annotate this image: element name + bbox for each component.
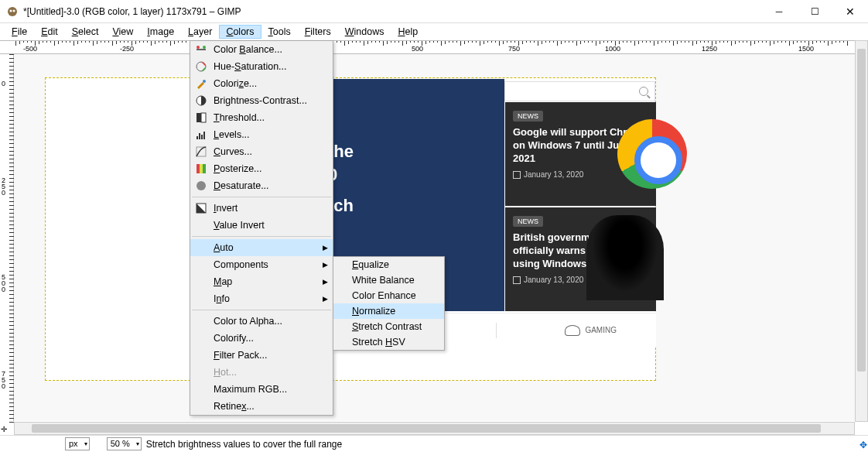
svg-rect-15 bbox=[196, 147, 206, 156]
menu-item-value-invert[interactable]: Value Invert bbox=[190, 217, 333, 234]
status-hint: Stretch brightness values to cover the f… bbox=[146, 439, 342, 450]
submenu-item-normalize[interactable]: Normalize bbox=[333, 303, 444, 319]
menu-item-auto[interactable]: Auto▶ bbox=[190, 239, 333, 256]
svg-point-0 bbox=[8, 7, 17, 16]
svg-rect-10 bbox=[201, 113, 206, 122]
svg-rect-3 bbox=[196, 49, 206, 50]
menu-layer[interactable]: Layer bbox=[181, 25, 219, 39]
titlebar: *[Untitled]-3.0 (RGB color, 1 layer) 117… bbox=[0, 0, 868, 23]
submenu-item-color-enhance[interactable]: Color Enhance bbox=[333, 288, 444, 303]
menu-item-color-balance[interactable]: Color Balance... bbox=[190, 41, 333, 58]
svg-rect-18 bbox=[203, 164, 206, 173]
levels-icon bbox=[195, 128, 207, 141]
statusbar: px 50 % Stretch brightness values to cov… bbox=[0, 435, 868, 452]
menu-item-retinex[interactable]: Retinex... bbox=[190, 398, 333, 415]
menu-item-brightness-contrast[interactable]: Brightness-Contrast... bbox=[190, 92, 333, 109]
horizontal-scrollbar[interactable] bbox=[14, 422, 855, 435]
menu-item-curves[interactable]: Curves... bbox=[190, 143, 333, 160]
invert-icon bbox=[195, 202, 207, 214]
menu-image[interactable]: Image bbox=[140, 25, 181, 39]
svg-rect-17 bbox=[200, 164, 203, 173]
menu-item-desaturate[interactable]: Desaturate... bbox=[190, 177, 333, 194]
menu-view[interactable]: View bbox=[105, 25, 140, 39]
submenu-item-stretch-contrast[interactable]: Stretch Contrast bbox=[333, 319, 444, 334]
menu-item-color-to-alpha[interactable]: Color to Alpha... bbox=[190, 313, 333, 330]
menu-item-components[interactable]: Components▶ bbox=[190, 256, 333, 273]
news-card-1: NEWS Google will support Chrome on Windo… bbox=[505, 102, 656, 206]
menu-item-info[interactable]: Info▶ bbox=[190, 290, 333, 307]
menu-item-filter-pack[interactable]: Filter Pack... bbox=[190, 347, 333, 364]
zoom-selector[interactable]: 50 % bbox=[107, 437, 142, 450]
search-icon bbox=[639, 87, 648, 96]
maximize-button[interactable]: ☐ bbox=[797, 0, 832, 23]
svg-point-4 bbox=[196, 46, 200, 49]
menu-item-levels[interactable]: Levels... bbox=[190, 126, 333, 143]
menu-item-colorize[interactable]: Colorize... bbox=[190, 75, 333, 92]
vertical-scrollbar[interactable] bbox=[855, 40, 868, 422]
scrollbar-thumb[interactable] bbox=[857, 49, 866, 372]
svg-rect-11 bbox=[196, 136, 198, 139]
ruler-vertical[interactable]: 0250500750 bbox=[0, 54, 14, 421]
balance-icon bbox=[195, 43, 207, 56]
menu-item-posterize[interactable]: Posterize... bbox=[190, 160, 333, 177]
hacker-icon bbox=[586, 215, 664, 300]
window-title: *[Untitled]-3.0 (RGB color, 1 layer) 117… bbox=[23, 6, 241, 17]
svg-rect-9 bbox=[196, 113, 201, 122]
nav-separator bbox=[496, 323, 497, 338]
menu-item-invert[interactable]: Invert bbox=[190, 200, 333, 217]
nav-crosshair-icon[interactable]: ✛ bbox=[1, 425, 7, 433]
news-badge: NEWS bbox=[513, 216, 543, 227]
menu-edit[interactable]: Edit bbox=[34, 25, 65, 39]
colorize-icon bbox=[195, 77, 207, 90]
close-button[interactable]: ✕ bbox=[832, 0, 868, 23]
chrome-icon bbox=[617, 119, 687, 189]
bc-icon bbox=[195, 94, 207, 107]
submenu-item-equalize[interactable]: Equalize bbox=[333, 257, 444, 272]
menubar: FileEditSelectViewImageLayerColorsToolsF… bbox=[0, 23, 868, 40]
menu-filters[interactable]: Filters bbox=[298, 25, 338, 39]
menu-select[interactable]: Select bbox=[65, 25, 106, 39]
calendar-icon bbox=[513, 171, 521, 179]
menu-file[interactable]: File bbox=[5, 25, 34, 39]
unit-selector[interactable]: px bbox=[65, 437, 90, 450]
search-input[interactable] bbox=[504, 81, 655, 101]
calendar-icon bbox=[513, 276, 521, 284]
canvas-area[interactable]: the 0 tch ws 10 NEWS Google will support… bbox=[14, 54, 855, 421]
submenu-item-white-balance[interactable]: White Balance bbox=[333, 272, 444, 288]
auto-submenu: EqualizeWhite BalanceColor EnhanceNormal… bbox=[333, 256, 445, 351]
nav-gaming[interactable]: GAMING bbox=[554, 325, 627, 336]
scrollbar-thumb[interactable] bbox=[32, 424, 821, 433]
menu-windows[interactable]: Windows bbox=[338, 25, 391, 39]
menu-help[interactable]: Help bbox=[391, 25, 425, 39]
svg-point-2 bbox=[13, 9, 15, 12]
minimize-button[interactable]: ─ bbox=[761, 0, 797, 23]
svg-point-5 bbox=[203, 46, 206, 49]
menu-item-hot: Hot... bbox=[190, 364, 333, 381]
svg-point-7 bbox=[203, 80, 206, 83]
menu-item-maximum-rgb[interactable]: Maximum RGB... bbox=[190, 381, 333, 398]
menu-item-colorify[interactable]: Colorify... bbox=[190, 330, 333, 347]
menu-item-threshold[interactable]: Threshold... bbox=[190, 109, 333, 126]
svg-rect-12 bbox=[199, 133, 200, 139]
menu-tools[interactable]: Tools bbox=[261, 25, 298, 39]
poster-icon bbox=[195, 163, 207, 175]
submenu-item-stretch-hsv[interactable]: Stretch HSV bbox=[333, 334, 444, 350]
svg-point-1 bbox=[10, 9, 12, 12]
thresh-icon bbox=[195, 111, 207, 124]
colors-menu-dropdown: Color Balance...Hue-Saturation...Coloriz… bbox=[190, 40, 333, 416]
curves-icon bbox=[195, 146, 207, 158]
menu-item-map[interactable]: Map▶ bbox=[190, 273, 333, 290]
svg-point-19 bbox=[196, 181, 206, 190]
gimp-icon bbox=[6, 5, 19, 18]
ruler-horizontal[interactable]: -500-2500250500750100012501500 bbox=[0, 40, 855, 54]
desat-icon bbox=[195, 180, 207, 192]
hue-icon bbox=[195, 60, 207, 73]
svg-rect-14 bbox=[203, 132, 205, 139]
svg-rect-16 bbox=[196, 164, 200, 173]
menu-item-hue-saturation[interactable]: Hue-Saturation... bbox=[190, 58, 333, 75]
gamepad-icon bbox=[565, 325, 580, 336]
news-card-2: NEWS British government officially warns… bbox=[505, 207, 656, 311]
menu-colors[interactable]: Colors bbox=[219, 25, 261, 39]
news-badge: NEWS bbox=[513, 111, 543, 122]
svg-rect-13 bbox=[201, 135, 203, 139]
